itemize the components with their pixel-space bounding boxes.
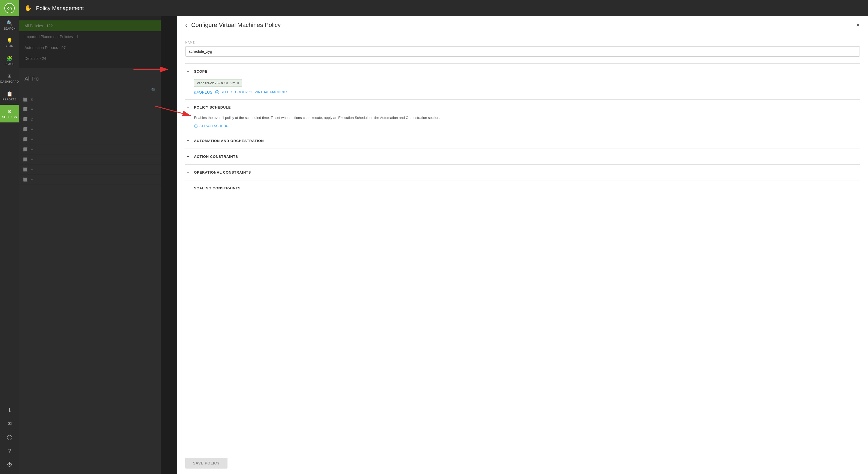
sidebar-label-place: PLACE bbox=[5, 63, 14, 66]
topbar: ✋ Policy Management bbox=[19, 0, 868, 16]
automation-section-header[interactable]: + AUTOMATION AND ORCHESTRATION bbox=[185, 133, 860, 148]
search-icon: 🔍 bbox=[6, 20, 13, 26]
modal-footer: SAVE POLICY bbox=[177, 452, 868, 474]
content-area: All Policies - 122 Imported Placement Po… bbox=[19, 16, 868, 474]
sidebar-label-settings: SETTINGS bbox=[2, 116, 17, 118]
action-constraints-title: ACTION CONSTRAINTS bbox=[194, 155, 238, 159]
name-field: NAME bbox=[185, 41, 860, 57]
sidebar-bottom: ℹ ✉ ◯ ? ⏻ bbox=[0, 403, 19, 474]
scope-tag-label: vsphere-dc25-DC01_vm bbox=[197, 81, 236, 85]
automation-toggle: + bbox=[185, 138, 191, 144]
circle-button[interactable]: ◯ bbox=[0, 431, 19, 444]
attach-schedule-label: ATTACH SCHEDULE bbox=[199, 124, 232, 128]
info-button[interactable]: ℹ bbox=[0, 403, 19, 417]
power-icon: ⏻ bbox=[7, 462, 12, 468]
name-label: NAME bbox=[185, 41, 860, 44]
scope-toggle-icon: − bbox=[185, 69, 191, 74]
power-button[interactable]: ⏻ bbox=[0, 458, 19, 471]
sidebar-label-plan: PLAN bbox=[6, 45, 13, 48]
configure-modal: ‹ Configure Virtual Machines Policy × NA… bbox=[177, 16, 868, 474]
help-icon: ? bbox=[8, 448, 11, 454]
scaling-constraints-title: SCALING CONSTRAINTS bbox=[194, 186, 241, 190]
scaling-constraints-toggle: + bbox=[185, 185, 191, 191]
sidebar-item-plan[interactable]: 💡 PLAN bbox=[0, 34, 19, 52]
logo-text: on bbox=[7, 6, 12, 10]
place-icon: 🧩 bbox=[6, 56, 13, 62]
back-button[interactable]: ‹ bbox=[185, 22, 187, 28]
policy-schedule-header[interactable]: − POLICY SCHEDULE bbox=[185, 100, 860, 115]
reports-icon: 📋 bbox=[6, 91, 13, 97]
scope-section-body: vsphere-dc25-DC01_vm × &#oplus; SELECT G… bbox=[185, 79, 860, 99]
plan-icon: 💡 bbox=[6, 38, 13, 44]
scope-tag-vm: vsphere-dc25-DC01_vm × bbox=[194, 79, 242, 87]
policy-schedule-section: − POLICY SCHEDULE Enables the overall po… bbox=[185, 99, 860, 133]
help-button[interactable]: ? bbox=[0, 444, 19, 458]
policy-schedule-toggle: − bbox=[185, 104, 191, 110]
attach-icon bbox=[194, 124, 198, 128]
close-button[interactable]: × bbox=[856, 21, 860, 29]
save-policy-button[interactable]: SAVE POLICY bbox=[185, 458, 227, 469]
name-input[interactable] bbox=[185, 46, 860, 57]
mail-icon: ✉ bbox=[8, 421, 12, 427]
settings-icon: ⚙ bbox=[7, 108, 12, 114]
scope-section: − SCOPE vsphere-dc25-DC01_vm × &#oplus; bbox=[185, 63, 860, 99]
info-icon: ℹ bbox=[9, 407, 11, 413]
modal-body: NAME − SCOPE vsphere-dc25-DC01_vm × bbox=[177, 34, 868, 452]
scaling-constraints-section: + SCALING CONSTRAINTS bbox=[185, 180, 860, 196]
sidebar-nav: 🔍 SEARCH 💡 PLAN 🧩 PLACE ⊞ DASHBOARD 📋 RE… bbox=[0, 16, 19, 403]
scope-section-header[interactable]: − SCOPE bbox=[185, 64, 860, 79]
scope-tag-remove[interactable]: × bbox=[237, 81, 239, 85]
modal-header: ‹ Configure Virtual Machines Policy × bbox=[177, 16, 868, 34]
operational-constraints-toggle: + bbox=[185, 170, 191, 175]
sidebar: on 🔍 SEARCH 💡 PLAN 🧩 PLACE ⊞ DASHBOARD 📋… bbox=[0, 0, 19, 474]
operational-constraints-header[interactable]: + OPERATIONAL CONSTRAINTS bbox=[185, 165, 860, 180]
action-constraints-header[interactable]: + ACTION CONSTRAINTS bbox=[185, 149, 860, 164]
modal-title: Configure Virtual Machines Policy bbox=[191, 22, 856, 29]
select-group-label: SELECT GROUP OF VIRTUAL MACHINES bbox=[220, 90, 288, 94]
add-icon bbox=[215, 90, 219, 94]
sidebar-label-dashboard: DASHBOARD bbox=[0, 80, 19, 83]
policy-schedule-body: Enables the overall policy at the schedu… bbox=[185, 115, 860, 133]
circle-icon: ◯ bbox=[7, 434, 12, 440]
select-group-link[interactable]: &#oplus; SELECT GROUP OF VIRTUAL MACHINE… bbox=[194, 90, 860, 94]
sidebar-item-place[interactable]: 🧩 PLACE bbox=[0, 52, 19, 69]
policy-schedule-title: POLICY SCHEDULE bbox=[194, 105, 231, 109]
automation-section: + AUTOMATION AND ORCHESTRATION bbox=[185, 133, 860, 148]
operational-constraints-section: + OPERATIONAL CONSTRAINTS bbox=[185, 164, 860, 180]
action-constraints-toggle: + bbox=[185, 154, 191, 160]
logo-circle: on bbox=[4, 3, 15, 13]
action-constraints-section: + ACTION CONSTRAINTS bbox=[185, 148, 860, 164]
sidebar-item-dashboard[interactable]: ⊞ DASHBOARD bbox=[0, 69, 19, 87]
mail-button[interactable]: ✉ bbox=[0, 417, 19, 431]
dashboard-icon: ⊞ bbox=[7, 73, 12, 79]
page-title: Policy Management bbox=[36, 5, 84, 11]
attach-schedule-link[interactable]: ATTACH SCHEDULE bbox=[194, 124, 860, 128]
main-area: ✋ Policy Management All Policies - 122 I… bbox=[19, 0, 868, 474]
plus-circle-icon: &#oplus; bbox=[194, 90, 214, 94]
hand-icon: ✋ bbox=[25, 5, 32, 12]
sidebar-item-reports[interactable]: 📋 REPORTS bbox=[0, 87, 19, 105]
policy-schedule-description: Enables the overall policy at the schedu… bbox=[194, 115, 860, 121]
scope-section-title: SCOPE bbox=[194, 69, 208, 73]
app-logo[interactable]: on bbox=[0, 0, 19, 16]
sidebar-item-search[interactable]: 🔍 SEARCH bbox=[0, 16, 19, 34]
operational-constraints-title: OPERATIONAL CONSTRAINTS bbox=[194, 170, 251, 174]
sidebar-item-settings[interactable]: ⚙ SETTINGS bbox=[0, 105, 19, 123]
sidebar-label-reports: REPORTS bbox=[2, 98, 17, 101]
automation-title: AUTOMATION AND ORCHESTRATION bbox=[194, 139, 264, 143]
sidebar-label-search: SEARCH bbox=[4, 27, 16, 30]
scaling-constraints-header[interactable]: + SCALING CONSTRAINTS bbox=[185, 180, 860, 196]
scope-tags: vsphere-dc25-DC01_vm × bbox=[194, 79, 860, 87]
